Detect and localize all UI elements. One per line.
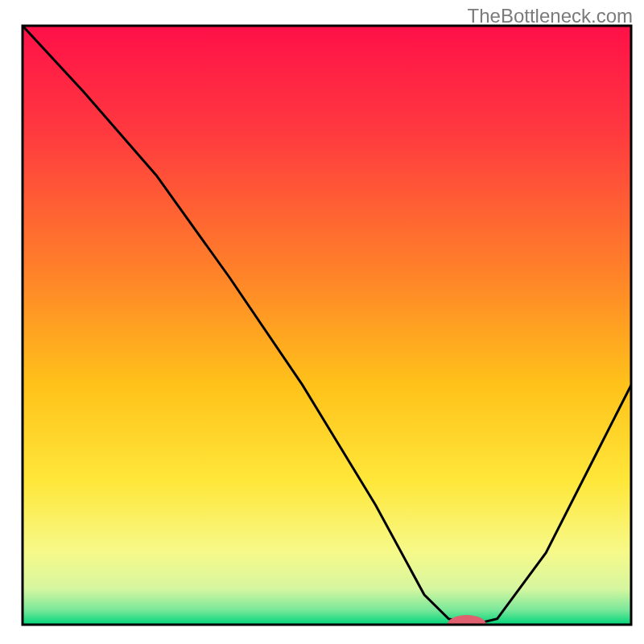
- watermark-text: TheBottleneck.com: [468, 5, 633, 27]
- bottleneck-chart: [0, 0, 644, 644]
- gradient-background: [23, 26, 631, 625]
- chart-container: { "watermark": "TheBottleneck.com", "col…: [0, 0, 644, 644]
